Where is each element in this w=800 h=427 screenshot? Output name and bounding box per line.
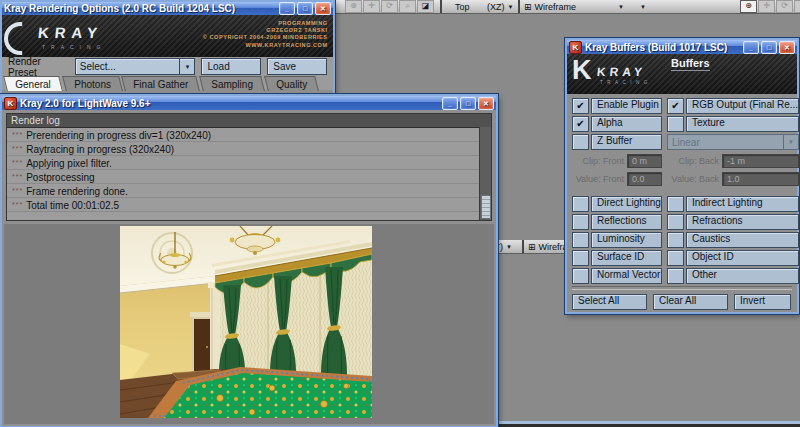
orbit-icon[interactable]: ⟳ (381, 0, 398, 13)
value-front-field: 0.0 (627, 172, 662, 186)
log-line: ***Frame rendering done. (7, 184, 491, 198)
buffer-normal-vector: Normal Vector (572, 268, 662, 282)
buffer-checkbox[interactable] (572, 232, 589, 248)
enable-plugin-button[interactable]: Enable Plugin (591, 98, 662, 114)
buffers-logo-banner: K KRAY TRACING Buffers (567, 54, 797, 94)
viewport-menu-arrow[interactable]: ▼ (615, 0, 624, 13)
z-buffer-checkbox[interactable] (572, 134, 589, 150)
close-button[interactable]: ✕ (478, 97, 494, 110)
fit-icon[interactable]: ⊕ (740, 0, 757, 13)
log-line: ***Raytracing in progress (320x240) (7, 142, 491, 156)
buffers-window: K Kray Buffers (Build 1017 LSC) _ □ ✕ K … (565, 38, 799, 314)
buffer-button[interactable]: Surface ID (591, 250, 662, 266)
buffer-reflections: Reflections (572, 214, 662, 228)
buffer-button[interactable]: Reflections (591, 214, 662, 230)
tab-sampling[interactable]: Sampling (199, 76, 264, 91)
close-button[interactable]: ✕ (315, 2, 331, 15)
invert-button[interactable]: Invert (734, 294, 791, 310)
log-scrollbar[interactable] (479, 127, 491, 220)
tab-general[interactable]: General (3, 76, 62, 91)
tab-photons[interactable]: Photons (62, 76, 122, 91)
clear-all-button[interactable]: Clear All (653, 294, 728, 310)
buffer-checkbox[interactable] (667, 268, 684, 284)
maximize-button[interactable]: □ (297, 2, 313, 15)
tab-final-gather[interactable]: Final Gather (121, 76, 200, 91)
render-log-header: Render log (7, 114, 491, 128)
minimize-button[interactable]: _ (743, 41, 759, 54)
load-button[interactable]: Load (201, 58, 261, 75)
zoom-icon[interactable]: ⌕ (794, 0, 800, 13)
rgb-output-checkbox[interactable]: ✔ (667, 98, 684, 114)
minimize-button[interactable]: _ (442, 97, 458, 110)
buffer-button[interactable]: Object ID (686, 250, 799, 266)
render-preset-dropdown[interactable]: Select... ▼ (75, 58, 196, 75)
alpha-button[interactable]: Alpha (591, 116, 662, 132)
tab-label: General (15, 79, 51, 90)
log-line: ***Total time 00:01:02.5 (7, 198, 491, 212)
kray-tracing-text: TRACING (600, 80, 652, 85)
buffer-button[interactable]: Luminosity (591, 232, 662, 248)
texture-checkbox[interactable] (667, 116, 684, 132)
render-options-window: Kray Rendering Options (2.0 RC Build 120… (0, 0, 335, 96)
credits-text: PROGRAMMING GRZEGORZ TAŃSKI © COPYRIGHT … (203, 19, 328, 48)
room-render-image (120, 226, 372, 418)
buffer-button[interactable]: Indirect Lighting (686, 196, 799, 212)
alpha-checkbox[interactable]: ✔ (572, 116, 589, 132)
buffer-button[interactable]: Refractions (686, 214, 799, 230)
texture-button[interactable]: Texture (686, 116, 799, 132)
z-buffer-button[interactable]: Z Buffer (591, 134, 662, 150)
orbit-icon[interactable]: ⟳ (776, 0, 793, 13)
buffer-button[interactable]: Normal Vector (591, 268, 662, 284)
divider (572, 286, 792, 290)
viewport-view-label[interactable]: Top (455, 0, 470, 13)
rgb-output-button[interactable]: RGB Output (Final Re... (686, 98, 799, 114)
buffer-checkbox[interactable] (572, 196, 589, 212)
log-prefix: *** (12, 201, 23, 208)
enable-plugin-checkbox[interactable]: ✔ (572, 98, 589, 114)
credit-line: GRZEGORZ TAŃSKI (203, 26, 328, 33)
scrollbar-thumb[interactable] (481, 195, 491, 219)
save-button[interactable]: Save (267, 58, 327, 75)
tab-label: Quality (276, 79, 307, 90)
buffer-checkbox[interactable] (572, 214, 589, 230)
viewport-menu-arrow[interactable]: ▼ (637, 0, 646, 13)
left-viewport-nav: ⊕ ✛ ⟳ ⌕ ◪ (345, 0, 435, 13)
kray-k-icon: K (572, 55, 592, 86)
zoom-icon[interactable]: ⌕ (399, 0, 416, 13)
kray-brand-text: KRAY (596, 65, 646, 79)
render-log-titlebar[interactable]: K Kray 2.0 for LightWave 9.6+ _ □ ✕ (2, 96, 496, 110)
viewport-axis-dropdown[interactable]: (XZ) ▼ (487, 0, 513, 13)
fit-icon[interactable]: ⊕ (345, 0, 362, 13)
render-log-window: K Kray 2.0 for LightWave 9.6+ _ □ ✕ Rend… (0, 94, 498, 427)
rgb-output-toggle: ✔ RGB Output (Final Re... (667, 98, 799, 112)
render-preset-label: Render Preset (8, 56, 69, 78)
minimize-button[interactable]: _ (279, 2, 295, 15)
maximize-button[interactable]: □ (761, 41, 777, 54)
expand-viewport-icon[interactable]: ◪ (417, 0, 434, 13)
buffers-titlebar[interactable]: K Kray Buffers (Build 1017 LSC) _ □ ✕ (567, 40, 797, 54)
buffer-checkbox[interactable] (667, 232, 684, 248)
buffer-checkbox[interactable] (667, 214, 684, 230)
log-line: ***Prerendering in progress div=1 (320x2… (7, 128, 491, 142)
buffer-button[interactable]: Direct Lighting (591, 196, 662, 212)
tab-quality[interactable]: Quality (264, 76, 319, 91)
log-text: Total time 00:01:02.5 (26, 200, 119, 211)
buffer-other: Other (667, 268, 799, 282)
enable-plugin-toggle: ✔ Enable Plugin (572, 98, 662, 112)
viewport-mode-dropdown[interactable]: ⊞ Wireframe (524, 0, 576, 13)
buffer-button[interactable]: Caustics (686, 232, 799, 248)
render-options-titlebar[interactable]: Kray Rendering Options (2.0 RC Build 120… (2, 2, 333, 15)
log-text: Applying pixel filter. (26, 158, 112, 169)
close-button[interactable]: ✕ (779, 41, 795, 54)
chevron-down-icon: ▼ (506, 244, 512, 250)
pan-icon[interactable]: ✛ (363, 0, 380, 13)
maximize-button[interactable]: □ (460, 97, 476, 110)
buffer-checkbox[interactable] (572, 268, 589, 284)
buffer-button[interactable]: Other (686, 268, 799, 284)
log-prefix: *** (12, 187, 23, 194)
buffer-checkbox[interactable] (667, 196, 684, 212)
buffer-checkbox[interactable] (572, 250, 589, 266)
select-all-button[interactable]: Select All (572, 294, 647, 310)
pan-icon[interactable]: ✛ (758, 0, 775, 13)
buffer-checkbox[interactable] (667, 250, 684, 266)
